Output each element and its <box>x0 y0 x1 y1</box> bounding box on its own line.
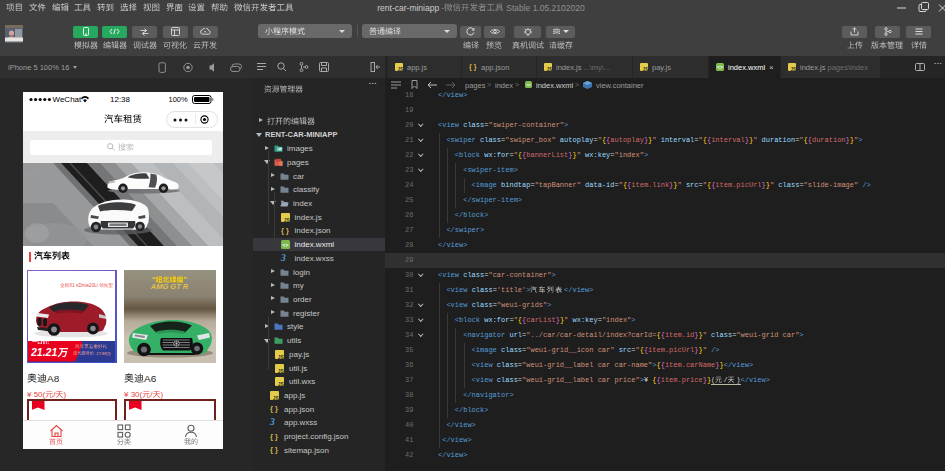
svg-text:万: 万 <box>107 351 111 356</box>
svg-text::: : <box>94 351 95 356</box>
svg-text:A: A <box>143 373 150 384</box>
svg-text:8: 8 <box>53 373 59 384</box>
svg-text:1: 1 <box>37 347 43 358</box>
svg-text:.: . <box>101 351 102 356</box>
svg-text:6: 6 <box>150 373 156 384</box>
svg-text:1: 1 <box>51 347 57 358</box>
svg-text:A: A <box>46 373 53 384</box>
svg-text:/: / <box>724 376 728 384</box>
svg-text:.: . <box>43 347 46 358</box>
svg-text:2: 2 <box>45 347 52 358</box>
svg-text:2: 2 <box>31 347 37 358</box>
